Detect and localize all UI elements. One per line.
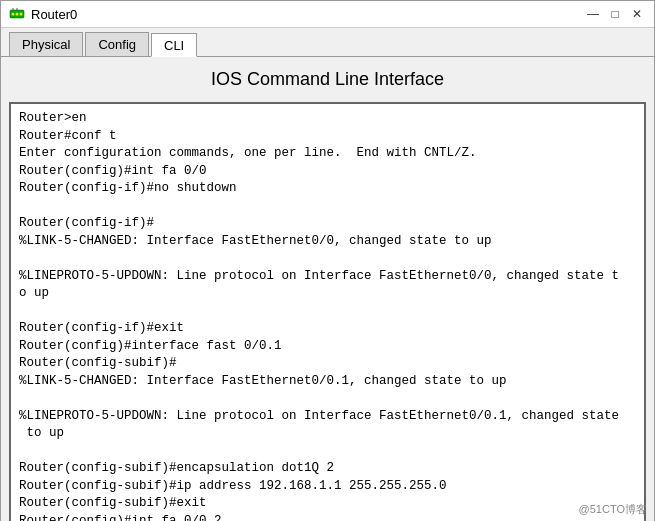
close-button[interactable]: ✕ bbox=[628, 5, 646, 23]
title-controls: — □ ✕ bbox=[584, 5, 646, 23]
router-icon bbox=[9, 6, 25, 22]
terminal-output[interactable]: Router>en Router#conf t Enter configurat… bbox=[11, 104, 644, 521]
main-content: IOS Command Line Interface Router>en Rou… bbox=[1, 57, 654, 521]
watermark: @51CTO博客 bbox=[579, 502, 647, 517]
title-bar: Router0 — □ ✕ bbox=[1, 1, 654, 28]
svg-point-1 bbox=[12, 13, 15, 16]
maximize-button[interactable]: □ bbox=[606, 5, 624, 23]
window-title: Router0 bbox=[31, 7, 77, 22]
tab-cli[interactable]: CLI bbox=[151, 33, 197, 57]
svg-point-2 bbox=[16, 13, 19, 16]
tab-config[interactable]: Config bbox=[85, 32, 149, 56]
tab-bar: Physical Config CLI bbox=[1, 28, 654, 57]
title-bar-left: Router0 bbox=[9, 6, 77, 22]
minimize-button[interactable]: — bbox=[584, 5, 602, 23]
svg-point-3 bbox=[20, 13, 23, 16]
router-window: Router0 — □ ✕ Physical Config CLI IOS Co… bbox=[0, 0, 655, 521]
tab-physical[interactable]: Physical bbox=[9, 32, 83, 56]
terminal-area: Router>en Router#conf t Enter configurat… bbox=[9, 102, 646, 521]
cli-title: IOS Command Line Interface bbox=[9, 65, 646, 94]
